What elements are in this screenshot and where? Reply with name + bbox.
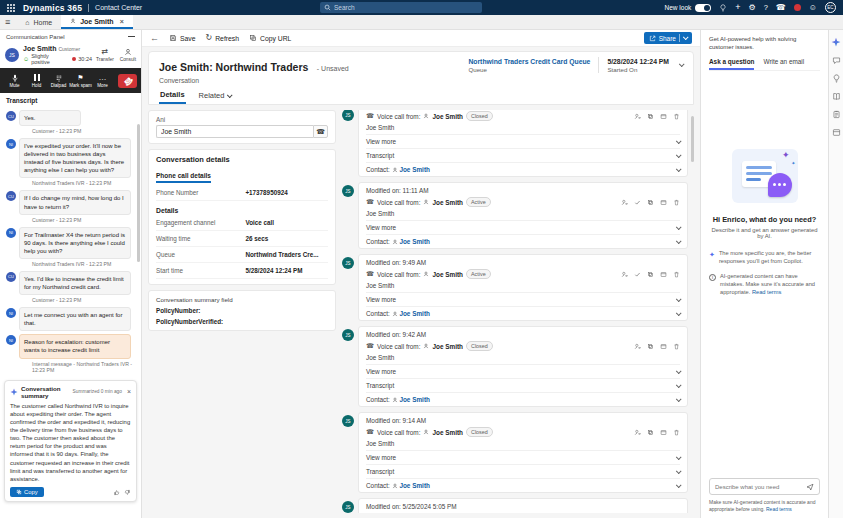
header-collapse-chevron-icon[interactable] [679,61,685,67]
timeline-card[interactable]: Modified on: 11:11 AM ☎ Voice call from:… [358,182,688,249]
delete-icon[interactable] [673,199,680,206]
timeline-expander-row[interactable]: Contact: Joe Smith [366,162,680,176]
tab-details[interactable]: Details [159,88,186,104]
timeline-expander-row[interactable]: View more [366,364,680,378]
window-icon[interactable] [660,343,667,350]
timeline-card[interactable]: Modified on: 5/25/2024 5:05 PM ☎ Voice c… [358,498,688,513]
timeline-expander-row[interactable]: Contact: Joe Smith [366,478,680,492]
activity-person-link[interactable]: Joe Smith [432,199,463,206]
activity-person-link[interactable]: Joe Smith [432,429,463,436]
delete-icon[interactable] [673,429,680,436]
add-icon[interactable]: + [735,3,740,12]
open-record-icon[interactable] [647,113,654,120]
read-terms-link[interactable]: Read terms [766,506,792,512]
lightbulb-icon[interactable] [719,4,727,12]
settings-gear-icon[interactable]: ⚙ [749,4,756,12]
lightbulb-icon[interactable] [832,74,841,83]
timeline-card[interactable]: Modified on: 9:14 AM ☎ Voice call from: … [358,412,688,493]
consult-button[interactable]: Consult [120,48,136,62]
mute-button[interactable]: Mute [4,73,25,88]
activity-person-link[interactable]: Joe Smith [432,113,463,120]
save-button[interactable]: Save [169,34,196,42]
thumbs-down-icon[interactable] [124,489,131,496]
timeline-card[interactable]: Modified on: 9:49 AM ☎ Voice call from: … [358,254,688,321]
delete-icon[interactable] [673,113,680,120]
timeline-expander-row[interactable]: Transcript [366,148,680,162]
timeline-expander-row[interactable]: Contact: Joe Smith [366,306,680,320]
copy-url-button[interactable]: Copy URL [249,34,291,42]
global-search-box[interactable] [320,2,482,13]
close-icon[interactable]: × [127,388,131,395]
toggle-switch[interactable] [695,4,711,12]
window-icon[interactable] [660,271,667,278]
activity-person-link[interactable]: Joe Smith [432,271,463,278]
activity-person-link[interactable]: Joe Smith [432,343,463,350]
open-record-icon[interactable] [647,429,654,436]
brand-logo[interactable]: Dynamics 365 [23,3,82,13]
refresh-button[interactable]: ↻ Refresh [206,34,240,42]
assign-icon[interactable] [634,113,641,120]
timeline-expander-row[interactable]: Transcript [366,378,680,392]
timeline-expander-row[interactable]: View more [366,134,680,148]
copilot-tab-write-an-email[interactable]: Write an email [763,56,804,70]
contact-link[interactable]: Joe Smith [399,396,430,403]
timeline-expander-row[interactable]: View more [366,450,680,464]
assign-icon[interactable] [621,271,628,278]
copilot-icon[interactable] [831,37,841,47]
copilot-tab-ask-a-question[interactable]: Ask a question [709,56,754,70]
new-look-toggle[interactable]: New look [665,4,712,12]
contact-link[interactable]: Joe Smith [399,310,430,317]
close-activity-icon[interactable] [634,271,641,278]
share-button[interactable]: Share [644,32,692,44]
close-activity-icon[interactable] [634,199,641,206]
app-launcher-waffle-icon[interactable] [7,4,15,12]
more-button[interactable]: …More [92,73,113,88]
delete-icon[interactable] [673,271,680,278]
window-icon[interactable] [660,429,667,436]
send-icon[interactable] [806,483,814,491]
timeline-expander-row[interactable]: View more [366,292,680,306]
phone-lookup-button[interactable]: ☎ [313,125,328,138]
window-icon[interactable] [660,199,667,206]
hamburger-menu-icon[interactable]: ≡ [5,18,10,27]
contact-link[interactable]: Joe Smith [399,238,430,245]
transcript-list[interactable]: CU Yes. Customer - 12:23 PM NI I've expe… [0,106,141,375]
timeline-expander-row[interactable]: View more [366,220,680,234]
timeline-scrollbar[interactable] [690,110,694,513]
tab-related[interactable]: Related [198,88,233,104]
copilot-prompt-input[interactable] [715,484,803,490]
assign-icon[interactable] [634,429,641,436]
ani-input[interactable] [156,125,313,138]
user-avatar[interactable]: EC [825,2,836,13]
app-name[interactable]: Contact Center [95,4,142,11]
timeline-card[interactable]: ☎ Voice call from: Joe Smith Closed Joe … [358,110,688,177]
copilot-prompt-box[interactable] [709,478,820,495]
contact-link[interactable]: Joe Smith [399,482,430,489]
transfer-button[interactable]: ⇄Transfer [96,48,114,62]
minimize-panel-button[interactable] [128,36,135,37]
clipboard-icon[interactable] [832,110,841,119]
close-tab-icon[interactable]: × [120,18,124,25]
timeline-card[interactable]: Modified on: 9:42 AM ☎ Voice call from: … [358,326,688,407]
timeline-expander-row[interactable]: Contact: Joe Smith [366,234,680,248]
open-record-icon[interactable] [647,343,654,350]
feedback-smiley-icon[interactable]: ☺ [809,4,817,12]
recording-dot-icon[interactable] [794,4,801,11]
search-input[interactable] [334,4,478,11]
chat-icon[interactable] [832,56,841,65]
timeline-expander-row[interactable]: Transcript [366,464,680,478]
window-icon[interactable] [660,113,667,120]
transcript-scrollbar[interactable] [137,124,140,262]
read-terms-link[interactable]: Read terms [752,289,781,295]
assign-icon[interactable] [634,343,641,350]
thumbs-up-icon[interactable] [113,489,120,496]
open-record-icon[interactable] [647,199,654,206]
contact-link[interactable]: Joe Smith [399,166,430,173]
phone-icon[interactable]: ☎ [776,4,786,12]
cards-icon[interactable] [832,128,841,137]
book-icon[interactable] [832,92,841,101]
mark-spam-button[interactable]: ⚑Mark spam [70,73,91,88]
help-icon[interactable]: ? [764,4,768,12]
dialpad-button[interactable]: Dialpad [48,73,69,88]
phone-call-details-tab[interactable]: Phone call details [156,166,211,183]
